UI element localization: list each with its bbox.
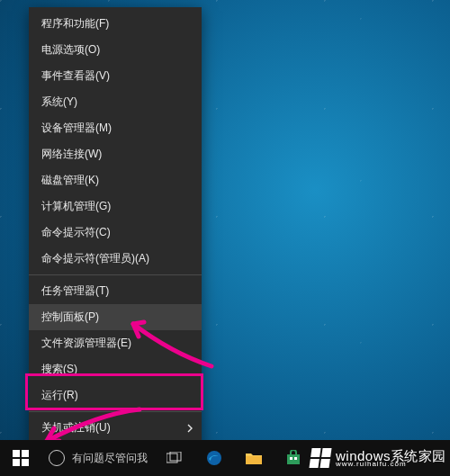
svg-rect-8: [287, 454, 300, 464]
svg-rect-2: [13, 459, 20, 466]
svg-rect-1: [22, 450, 29, 457]
menu-item-computer-management[interactable]: 计算机管理(G): [29, 193, 202, 220]
menu-item-label: 系统(Y): [41, 94, 77, 110]
menu-item-power-options[interactable]: 电源选项(O): [29, 37, 202, 63]
menu-item-shutdown-signout[interactable]: 关机或注销(U): [29, 415, 202, 441]
menu-item-command-prompt-admin[interactable]: 命令提示符(管理员)(A): [29, 246, 202, 272]
svg-rect-0: [13, 450, 20, 457]
menu-item-label: 网络连接(W): [41, 147, 102, 162]
menu-item-label: 电源选项(O): [41, 42, 100, 58]
menu-item-device-manager[interactable]: 设备管理器(M): [29, 115, 202, 141]
cortana-placeholder: 有问题尽管问我: [72, 451, 148, 466]
menu-item-system[interactable]: 系统(Y): [29, 89, 202, 115]
menu-item-label: 程序和功能(F): [41, 16, 109, 31]
folder-icon: [245, 451, 263, 465]
menu-item-search[interactable]: 搜索(S): [29, 356, 202, 382]
cortana-icon: [49, 450, 65, 466]
menu-item-command-prompt[interactable]: 命令提示符(C): [29, 220, 202, 246]
desktop: 程序和功能(F) 电源选项(O) 事件查看器(V) 系统(Y) 设备管理器(M)…: [0, 0, 450, 476]
edge-icon: [205, 449, 223, 467]
menu-item-label: 命令提示符(管理员)(A): [41, 251, 149, 266]
menu-item-label: 事件查看器(V): [41, 68, 110, 84]
menu-item-label: 关机或注销(U): [41, 420, 111, 436]
task-view-button[interactable]: [155, 440, 194, 476]
cortana-search[interactable]: 有问题尽管问我: [41, 440, 155, 476]
menu-item-control-panel[interactable]: 控制面板(P): [29, 304, 202, 330]
svg-rect-9: [290, 457, 292, 460]
watermark-url: www.ruihaifu.com: [336, 461, 446, 468]
svg-rect-3: [22, 459, 29, 466]
menu-item-label: 命令提示符(C): [41, 225, 111, 240]
menu-item-label: 设备管理器(M): [41, 121, 112, 136]
svg-rect-10: [294, 457, 297, 460]
watermark-logo-icon: [309, 448, 331, 468]
menu-item-label: 运行(R): [41, 388, 78, 403]
menu-item-label: 文件资源管理器(E): [41, 336, 131, 351]
menu-item-programs-features[interactable]: 程序和功能(F): [29, 11, 202, 37]
svg-point-6: [207, 451, 221, 465]
menu-item-run[interactable]: 运行(R): [29, 382, 202, 409]
windows-logo-icon: [13, 450, 29, 466]
menu-item-label: 任务管理器(T): [41, 283, 109, 299]
watermark: windows系统家园 www.ruihaifu.com: [303, 440, 450, 476]
store-icon: [285, 450, 302, 466]
start-button[interactable]: [0, 440, 41, 476]
menu-item-file-explorer[interactable]: 文件资源管理器(E): [29, 330, 202, 356]
menu-item-disk-management[interactable]: 磁盘管理(K): [29, 167, 202, 193]
task-view-icon: [166, 452, 183, 464]
menu-item-label: 控制面板(P): [41, 310, 99, 325]
menu-item-label: 磁盘管理(K): [41, 173, 99, 188]
menu-item-event-viewer[interactable]: 事件查看器(V): [29, 63, 202, 89]
menu-item-task-manager[interactable]: 任务管理器(T): [29, 278, 202, 304]
menu-separator: [29, 274, 202, 275]
chevron-right-icon: [187, 424, 193, 433]
menu-item-network-connections[interactable]: 网络连接(W): [29, 141, 202, 167]
menu-item-label: 搜索(S): [41, 362, 77, 377]
menu-separator: [29, 411, 202, 412]
winx-context-menu: 程序和功能(F) 电源选项(O) 事件查看器(V) 系统(Y) 设备管理器(M)…: [29, 7, 202, 471]
taskbar-app-edge[interactable]: [194, 440, 234, 476]
menu-item-label: 计算机管理(G): [41, 199, 111, 214]
svg-rect-7: [246, 456, 262, 464]
taskbar-app-explorer[interactable]: [234, 440, 274, 476]
